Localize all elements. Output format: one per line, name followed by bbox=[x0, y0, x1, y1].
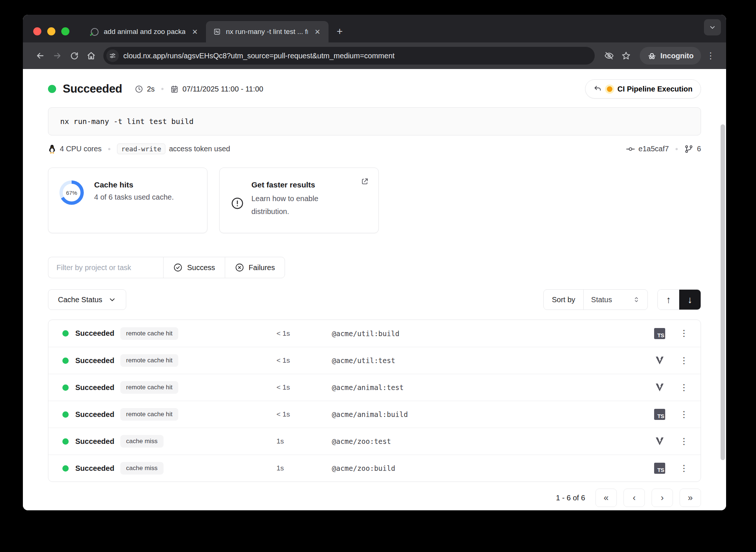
distribution-card-body: Learn how to enable distribution. bbox=[251, 192, 336, 218]
tab-github-pr[interactable]: ✓ add animal and zoo packages ✕ bbox=[83, 21, 206, 42]
filter-failures-toggle[interactable]: Failures bbox=[225, 257, 285, 278]
row-menu-button[interactable]: ⋮ bbox=[678, 328, 690, 338]
tab-title: add animal and zoo packages bbox=[104, 28, 185, 36]
new-tab-button[interactable]: + bbox=[337, 25, 343, 37]
table-row[interactable]: Succeeded remote cache hit < 1s @acme/ut… bbox=[48, 347, 701, 374]
command-text: nx run-many -t lint test build bbox=[60, 117, 193, 126]
row-menu-button[interactable]: ⋮ bbox=[678, 437, 690, 446]
close-window-button[interactable] bbox=[33, 27, 41, 35]
last-page-button[interactable]: » bbox=[680, 489, 701, 507]
first-page-button[interactable]: « bbox=[595, 489, 617, 507]
commit-hash[interactable]: e1a5caf7 bbox=[639, 145, 669, 153]
pagination: 1 - 6 of 6 « ‹ › » bbox=[48, 489, 701, 507]
eye-off-icon[interactable] bbox=[601, 47, 618, 64]
run-dates: 07/11/2025 11:00 - 11:00 bbox=[182, 85, 263, 93]
page-content: Succeeded 2s 07/11/2025 11:00 - 11:00 CI… bbox=[23, 69, 726, 510]
row-status-dot bbox=[62, 384, 69, 391]
tab-close-icon[interactable]: ✕ bbox=[313, 27, 322, 37]
row-duration: < 1s bbox=[276, 330, 332, 338]
run-duration: 2s bbox=[147, 85, 155, 93]
browser-window: ✓ add animal and zoo packages ✕ nx run-m… bbox=[23, 15, 726, 510]
row-status-label: Succeeded bbox=[75, 383, 114, 392]
separator-dot bbox=[161, 88, 164, 90]
cache-status-dropdown[interactable]: Cache Status bbox=[48, 289, 126, 310]
home-button[interactable] bbox=[83, 47, 100, 64]
page-scrollbar[interactable] bbox=[721, 72, 725, 507]
branch-count[interactable]: 6 bbox=[697, 145, 701, 153]
reload-button[interactable] bbox=[66, 47, 83, 64]
sort-direction-toggle: ↑ ↓ bbox=[657, 289, 701, 310]
row-menu-button[interactable]: ⋮ bbox=[678, 463, 690, 473]
row-menu-button[interactable]: ⋮ bbox=[678, 410, 690, 420]
cache-status-chip: remote cache hit bbox=[120, 327, 179, 340]
list-controls: Cache Status Sort by Status ↑ ↓ bbox=[48, 289, 701, 310]
row-task-name: @acme/zoo:build bbox=[332, 464, 653, 472]
row-status-label: Succeeded bbox=[75, 410, 114, 419]
cache-hits-card: 67% Cache hits 4 of 6 tasks used cache. bbox=[48, 168, 207, 233]
row-task-name: @acme/util:build bbox=[332, 330, 653, 338]
next-page-button[interactable]: › bbox=[652, 489, 673, 507]
row-duration: < 1s bbox=[276, 410, 332, 418]
run-meta-row: 4 CPU cores read-write access token used… bbox=[48, 144, 701, 154]
row-status-dot bbox=[62, 411, 69, 418]
prev-page-button[interactable]: ‹ bbox=[623, 489, 645, 507]
incognito-icon bbox=[647, 51, 657, 61]
ci-pipeline-execution-button[interactable]: CI Pipeline Execution bbox=[585, 79, 701, 99]
cache-status-chip: cache miss bbox=[120, 435, 164, 448]
cache-donut-chart: 67% bbox=[59, 180, 84, 205]
row-duration: < 1s bbox=[276, 383, 332, 391]
row-duration: 1s bbox=[276, 437, 332, 445]
browser-toolbar: cloud.nx.app/runs/agsvEHsQc8?utm_source=… bbox=[23, 42, 726, 69]
incognito-badge: Incognito bbox=[640, 47, 701, 65]
forward-button[interactable] bbox=[49, 47, 66, 64]
row-menu-button[interactable]: ⋮ bbox=[678, 356, 690, 366]
back-button[interactable] bbox=[32, 47, 49, 64]
nx-cloud-favicon-icon bbox=[213, 28, 221, 35]
clock-icon bbox=[135, 85, 143, 93]
scrollbar-thumb[interactable] bbox=[721, 124, 725, 460]
typescript-icon: TS bbox=[654, 328, 665, 339]
browser-menu-button[interactable]: ⋮ bbox=[704, 51, 717, 61]
table-row[interactable]: Succeeded cache miss 1s @acme/zoo:test ⋮ bbox=[48, 428, 701, 455]
row-status-label: Succeeded bbox=[75, 356, 114, 365]
row-duration: < 1s bbox=[276, 356, 332, 365]
access-token-chip: read-write bbox=[117, 144, 165, 154]
bookmark-star-icon[interactable] bbox=[618, 47, 635, 64]
site-settings-icon[interactable] bbox=[106, 49, 119, 62]
cache-status-chip: cache miss bbox=[120, 462, 164, 475]
github-check-favicon-icon: ✓ bbox=[91, 28, 99, 36]
table-row[interactable]: Succeeded remote cache hit < 1s @acme/an… bbox=[48, 401, 701, 428]
table-row[interactable]: Succeeded remote cache hit < 1s @acme/an… bbox=[48, 374, 701, 401]
sort-ascending-button[interactable]: ↑ bbox=[658, 290, 679, 310]
table-row[interactable]: Succeeded remote cache hit < 1s @acme/ut… bbox=[48, 320, 701, 347]
distribution-card[interactable]: Get faster results Learn how to enable d… bbox=[219, 168, 379, 233]
row-status-dot bbox=[62, 358, 69, 364]
git-branch-icon bbox=[684, 145, 693, 153]
row-menu-button[interactable]: ⋮ bbox=[678, 383, 690, 393]
filter-input[interactable] bbox=[48, 257, 163, 278]
sort-descending-button[interactable]: ↓ bbox=[679, 290, 701, 310]
cache-card-subtitle: 4 of 6 tasks used cache. bbox=[94, 193, 174, 201]
cache-status-chip: remote cache hit bbox=[120, 354, 179, 367]
tab-close-icon[interactable]: ✕ bbox=[190, 27, 199, 37]
typescript-icon: TS bbox=[654, 409, 665, 420]
chevron-down-icon bbox=[108, 296, 116, 304]
sort-select[interactable]: Status bbox=[584, 290, 647, 310]
maximize-window-button[interactable] bbox=[61, 27, 69, 35]
incognito-label: Incognito bbox=[660, 52, 694, 60]
url-text: cloud.nx.app/runs/agsvEHsQc8?utm_source=… bbox=[123, 52, 395, 60]
row-status-label: Succeeded bbox=[75, 329, 114, 338]
vitest-icon bbox=[654, 355, 665, 366]
row-status-dot bbox=[62, 465, 69, 472]
table-row[interactable]: Succeeded cache miss 1s @acme/zoo:build … bbox=[48, 455, 701, 482]
task-table: Succeeded remote cache hit < 1s @acme/ut… bbox=[48, 320, 701, 482]
run-status-dot bbox=[48, 85, 56, 93]
tab-nx-run[interactable]: nx run-many -t lint test ... fro ✕ bbox=[206, 21, 329, 42]
filter-success-toggle[interactable]: Success bbox=[163, 257, 225, 278]
row-status-label: Succeeded bbox=[75, 437, 114, 446]
tab-search-button[interactable] bbox=[704, 19, 721, 35]
distribution-card-title: Get faster results bbox=[251, 180, 336, 189]
minimize-window-button[interactable] bbox=[47, 27, 55, 35]
sort-control: Sort by Status bbox=[543, 289, 648, 310]
address-bar[interactable]: cloud.nx.app/runs/agsvEHsQc8?utm_source=… bbox=[103, 47, 595, 65]
